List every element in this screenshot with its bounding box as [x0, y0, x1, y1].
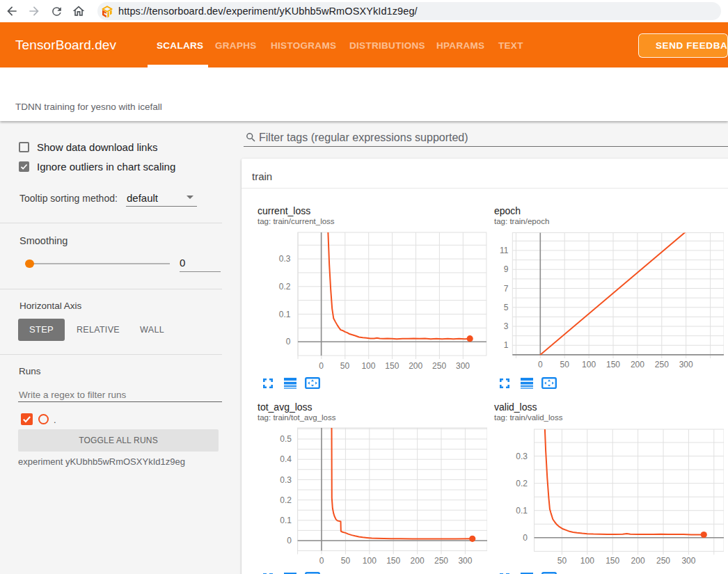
svg-text:0.3: 0.3 — [516, 452, 528, 461]
svg-text:250: 250 — [655, 360, 669, 369]
svg-text:50: 50 — [560, 360, 570, 369]
svg-text:0.1: 0.1 — [279, 310, 291, 319]
svg-text:0: 0 — [319, 556, 324, 566]
svg-text:0.3: 0.3 — [280, 475, 292, 485]
svg-text:0.1: 0.1 — [280, 516, 292, 525]
svg-text:0.5: 0.5 — [280, 434, 292, 444]
svg-text:100: 100 — [363, 556, 377, 566]
svg-text:100: 100 — [582, 360, 596, 369]
svg-text:3: 3 — [504, 321, 509, 331]
svg-text:150: 150 — [385, 361, 399, 371]
svg-text:0.3: 0.3 — [279, 254, 291, 264]
svg-text:150: 150 — [606, 556, 619, 566]
svg-text:9: 9 — [504, 264, 509, 274]
svg-text:250: 250 — [434, 556, 448, 566]
svg-text:0.2: 0.2 — [280, 495, 292, 505]
svg-text:50: 50 — [557, 556, 567, 566]
svg-text:300: 300 — [458, 556, 472, 566]
svg-text:200: 200 — [631, 360, 644, 369]
svg-text:1: 1 — [504, 340, 509, 350]
svg-text:250: 250 — [432, 361, 446, 371]
svg-text:200: 200 — [411, 556, 425, 566]
svg-text:5: 5 — [504, 303, 509, 312]
svg-text:300: 300 — [681, 556, 695, 566]
svg-text:0.4: 0.4 — [280, 454, 292, 464]
svg-text:0.2: 0.2 — [516, 479, 528, 488]
svg-text:200: 200 — [631, 556, 645, 566]
svg-text:50: 50 — [341, 556, 351, 566]
svg-text:300: 300 — [456, 361, 470, 371]
svg-text:0: 0 — [319, 361, 324, 371]
svg-text:50: 50 — [340, 361, 350, 371]
svg-text:7: 7 — [504, 284, 509, 294]
svg-text:250: 250 — [656, 556, 670, 566]
svg-text:200: 200 — [409, 361, 422, 371]
svg-text:11: 11 — [500, 246, 509, 255]
svg-text:300: 300 — [679, 360, 693, 369]
svg-text:150: 150 — [606, 360, 620, 369]
svg-text:100: 100 — [580, 556, 594, 566]
svg-text:100: 100 — [361, 361, 375, 371]
svg-text:0: 0 — [523, 533, 528, 543]
svg-text:0.2: 0.2 — [279, 282, 291, 292]
svg-text:150: 150 — [386, 556, 400, 566]
svg-text:0: 0 — [287, 536, 292, 545]
svg-text:0: 0 — [538, 360, 543, 369]
svg-text:0: 0 — [286, 337, 291, 346]
svg-text:0.1: 0.1 — [516, 506, 528, 516]
